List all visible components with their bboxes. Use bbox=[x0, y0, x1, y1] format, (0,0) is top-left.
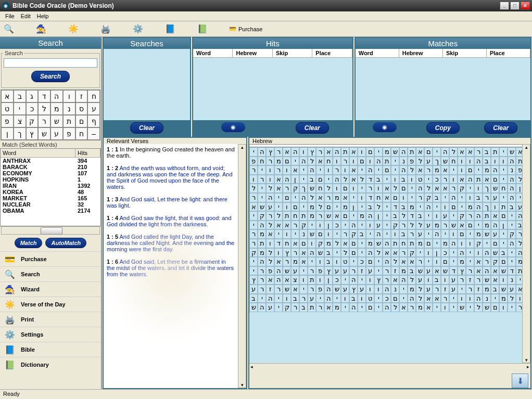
heb-key[interactable]: צ bbox=[14, 115, 26, 127]
heb-key[interactable]: ע bbox=[87, 102, 100, 115]
word-row[interactable]: BARACK210 bbox=[1, 164, 100, 170]
menu-file[interactable]: File bbox=[2, 12, 18, 20]
word-row[interactable]: OBAMA2174 bbox=[1, 208, 100, 214]
verse[interactable]: 1 : 4 And God saw the light, that it was… bbox=[107, 215, 235, 227]
print-tool-icon[interactable]: 🖨️ bbox=[100, 23, 111, 35]
search-input[interactable] bbox=[4, 58, 97, 68]
heb-key[interactable]: ש bbox=[50, 115, 63, 127]
search-button[interactable]: Search bbox=[31, 71, 70, 82]
heb-key[interactable]: ף bbox=[87, 115, 100, 127]
sidebar-item[interactable]: 🔍Search bbox=[0, 266, 101, 281]
settings-tool-icon[interactable]: ⚙️ bbox=[132, 23, 144, 35]
dictionary-tool-icon[interactable]: 📗 bbox=[197, 23, 208, 35]
word-table-hscroll[interactable] bbox=[1, 226, 100, 235]
heb-key[interactable]: ז bbox=[75, 90, 88, 102]
word-row[interactable]: ANTHRAX394 bbox=[1, 158, 100, 164]
search-tool-icon[interactable]: 🔍 bbox=[3, 23, 15, 35]
heb-key[interactable]: ך bbox=[14, 127, 26, 140]
hebrew-hscrollbar[interactable] bbox=[249, 364, 530, 371]
sidebar-item[interactable]: ☀️Verse of the Day bbox=[0, 297, 101, 312]
matches-eye-button[interactable]: ◉ bbox=[373, 122, 397, 132]
hits-col[interactable]: Skip bbox=[273, 49, 312, 57]
wizard-tool-icon[interactable]: 🧙 bbox=[35, 23, 47, 35]
verse[interactable]: 1 : 5 And God called the light Day, and … bbox=[107, 234, 235, 252]
hits-col[interactable]: Word bbox=[193, 49, 233, 57]
bible-tool-icon[interactable]: 📘 bbox=[164, 23, 176, 35]
heb-key[interactable]: פ bbox=[63, 127, 75, 140]
matches-col[interactable]: Place bbox=[487, 49, 530, 57]
heb-key[interactable]: ם bbox=[75, 115, 88, 127]
word-table[interactable]: Word Hits ANTHRAX394BARACK210ECONOMY107H… bbox=[0, 148, 101, 226]
menu-help[interactable]: Help bbox=[34, 12, 52, 20]
hits-col[interactable]: Place bbox=[312, 49, 352, 57]
matches-copy-button[interactable]: Copy bbox=[426, 122, 460, 134]
heb-key[interactable]: א bbox=[1, 90, 14, 102]
hebrew-down-button[interactable]: ⬇ bbox=[512, 374, 528, 388]
verses-scrollbar[interactable] bbox=[238, 144, 246, 388]
verse[interactable]: 1 : 6 And God said, Let there be a firma… bbox=[107, 259, 235, 277]
match-button[interactable]: Match bbox=[15, 238, 43, 248]
verse-tool-icon[interactable]: ☀️ bbox=[68, 23, 79, 35]
close-button[interactable]: ✕ bbox=[521, 2, 530, 10]
menu-edit[interactable]: Edit bbox=[18, 12, 34, 20]
verses-body[interactable]: 1 : 1 In the beginning God created the h… bbox=[104, 144, 238, 388]
maximize-button[interactable]: □ bbox=[510, 2, 520, 10]
heb-key[interactable]: ל bbox=[38, 102, 50, 115]
matches-clear-button[interactable]: Clear bbox=[484, 122, 517, 134]
sidebar-item[interactable]: 💳Purchase bbox=[0, 251, 101, 266]
heb-key[interactable]: ש bbox=[38, 127, 50, 140]
word-row[interactable]: ECONOMY107 bbox=[1, 170, 100, 176]
verse[interactable]: 1 : 1 In the beginning God created the h… bbox=[107, 146, 235, 159]
heb-key[interactable]: ד bbox=[38, 90, 50, 102]
col-hits[interactable]: Hits bbox=[75, 149, 100, 157]
matches-col[interactable]: Word bbox=[356, 49, 399, 57]
hits-col[interactable]: Hebrew bbox=[233, 49, 272, 57]
heb-key[interactable]: ו bbox=[63, 90, 75, 102]
heb-key[interactable]: מ bbox=[50, 102, 63, 115]
word-row[interactable]: MARKET165 bbox=[1, 195, 100, 201]
heb-key[interactable]: ס bbox=[75, 102, 88, 115]
matches-body[interactable] bbox=[356, 58, 530, 120]
searches-body[interactable] bbox=[104, 49, 190, 120]
sidebar-item[interactable]: 📘Bible bbox=[0, 342, 101, 357]
heb-key[interactable]: ת bbox=[63, 115, 75, 127]
heb-key[interactable]: ב bbox=[14, 90, 26, 102]
minimize-button[interactable]: _ bbox=[500, 2, 509, 10]
purchase-tool[interactable]: 💳 Purchase bbox=[229, 25, 262, 32]
hits-eye-button[interactable]: ◉ bbox=[221, 122, 245, 132]
sidebar-item[interactable]: ⚙️Settings bbox=[0, 327, 101, 342]
heb-key[interactable]: ר bbox=[38, 115, 50, 127]
searches-clear-button[interactable]: Clear bbox=[130, 122, 163, 134]
heb-key[interactable]: ק bbox=[26, 115, 39, 127]
matches-col[interactable]: Skip bbox=[443, 49, 487, 57]
hebrew-grid[interactable]: יהץראהוץראהתאוםימשהתאםיהלאארבתישארבפחרמם… bbox=[249, 144, 522, 363]
sidebar-item[interactable]: 🖨️Print bbox=[0, 312, 101, 327]
verse[interactable]: 1 : 3 And God said, Let there be light: … bbox=[107, 196, 235, 209]
heb-key[interactable]: כ bbox=[26, 102, 39, 115]
heb-key[interactable]: י bbox=[14, 102, 26, 115]
heb-key[interactable]: – bbox=[87, 127, 100, 140]
heb-key[interactable]: ץ bbox=[26, 127, 39, 140]
automatch-button[interactable]: AutoMatch bbox=[45, 238, 86, 248]
hits-body[interactable] bbox=[193, 58, 352, 120]
heb-key[interactable]: ח bbox=[87, 90, 100, 102]
word-row[interactable]: HOPKINS1 bbox=[1, 176, 100, 183]
sidebar-item[interactable]: 🧙Wizard bbox=[0, 281, 101, 297]
verse[interactable]: 1 : 2 And the earth was without form, an… bbox=[107, 165, 235, 190]
heb-key[interactable]: פ bbox=[1, 115, 14, 127]
heb-key[interactable]: ן bbox=[1, 127, 14, 140]
heb-key[interactable]: ט bbox=[1, 102, 14, 115]
sidebar-item[interactable]: 📗Dictionary bbox=[0, 357, 101, 372]
heb-key[interactable]: ג bbox=[26, 90, 39, 102]
heb-key[interactable]: ע bbox=[50, 127, 63, 140]
matches-col[interactable]: Hebrew bbox=[399, 49, 443, 57]
heb-key[interactable]: ה bbox=[50, 90, 63, 102]
col-word[interactable]: Word bbox=[1, 149, 75, 157]
word-row[interactable]: KOREA48 bbox=[1, 189, 100, 195]
word-row[interactable]: IRAN1392 bbox=[1, 183, 100, 189]
word-row[interactable]: NUCLEAR32 bbox=[1, 201, 100, 208]
hits-clear-button[interactable]: Clear bbox=[296, 122, 329, 134]
heb-key[interactable]: ח bbox=[75, 127, 88, 140]
hebrew-vscrollbar[interactable] bbox=[522, 144, 530, 363]
heb-key[interactable]: נ bbox=[63, 102, 75, 115]
